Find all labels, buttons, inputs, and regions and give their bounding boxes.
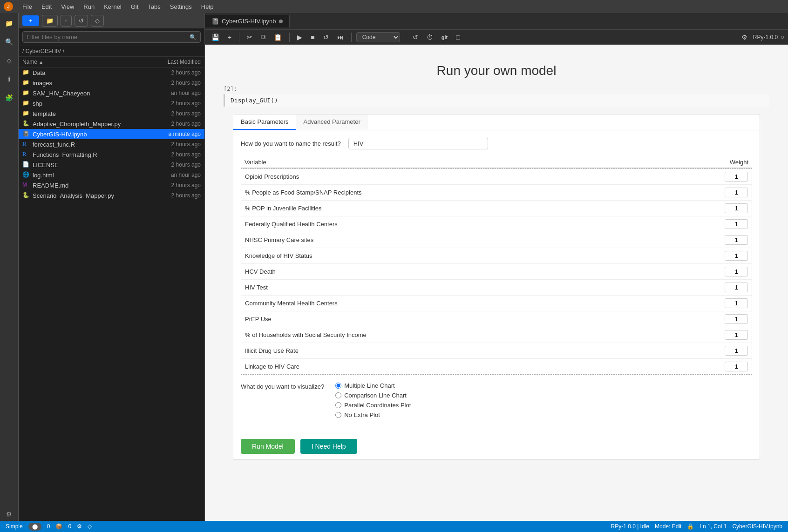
count2: 0 — [68, 523, 71, 530]
table-row: Community Mental Health Centers — [241, 296, 752, 311]
cut-button[interactable]: ✂ — [244, 32, 255, 42]
list-item[interactable]: 🐍 Adaptive_Choropleth_Mapper.py 2 hours … — [19, 119, 204, 129]
breadcrumb[interactable]: / CyberGIS-HIV / — [19, 46, 204, 57]
advanced-params-tab[interactable]: Advanced Parameter — [296, 114, 368, 130]
git-sidebar-icon[interactable]: ◇ — [3, 54, 16, 67]
radio-multiple-line[interactable]: Multiple Line Chart — [335, 382, 411, 389]
weight-input[interactable] — [725, 283, 748, 292]
copy-button[interactable]: ⧉ — [258, 32, 268, 42]
menu-edit[interactable]: Edit — [38, 2, 55, 11]
weight-input[interactable] — [725, 362, 748, 371]
file-name: LICENSE — [33, 162, 171, 168]
list-item[interactable]: 🌐 log.html an hour ago — [19, 170, 204, 180]
share-icon[interactable]: □ — [453, 32, 462, 42]
menu-tabs[interactable]: Tabs — [144, 2, 164, 11]
app-logo: J — [4, 2, 13, 11]
upload-button[interactable]: ↑ — [61, 15, 72, 27]
radio-parallel-coords[interactable]: Parallel Coordinates Plot — [335, 402, 411, 409]
list-item[interactable]: M README.md 2 hours ago — [19, 180, 204, 190]
extensions-icon[interactable]: 🧩 — [3, 91, 16, 104]
var-name: Knowledge of HIV Status — [245, 252, 312, 259]
radio-parallel-coords-input[interactable] — [335, 402, 341, 408]
file-time: an hour ago — [171, 172, 201, 178]
list-item[interactable]: 📁 shp 2 hours ago — [19, 98, 204, 108]
list-item[interactable]: R Functions_Formatting.R 2 hours ago — [19, 149, 204, 160]
new-folder-button[interactable]: 📁 — [42, 15, 58, 27]
new-launcher-button[interactable]: + — [22, 15, 39, 26]
list-item[interactable]: 📁 SAM_HIV_Chaeyeon an hour ago — [19, 88, 204, 98]
add-cell-button[interactable]: + — [225, 32, 234, 42]
weight-input[interactable] — [725, 172, 748, 182]
git-button[interactable]: ◇ — [91, 15, 104, 27]
stop-button[interactable]: ■ — [308, 32, 317, 42]
radio-comparison-line[interactable]: Comparison Line Chart — [335, 392, 411, 399]
restart-button[interactable]: ↺ — [320, 32, 332, 42]
files-icon[interactable]: 📁 — [3, 17, 16, 30]
status-right: RPy-1.0.0 | Idle Mode: Edit 🔒 Ln 1, Col … — [611, 523, 782, 530]
notebook-tab[interactable]: 📓 CyberGIS-HIV.ipynb — [205, 15, 290, 27]
result-name-input[interactable] — [348, 138, 488, 149]
result-name-row: How do you want to name the result? — [241, 138, 752, 149]
basic-params-tab[interactable]: Basic Parameters — [233, 114, 296, 130]
paste-button[interactable]: 📋 — [271, 32, 285, 42]
radio-multiple-line-input[interactable] — [335, 383, 341, 389]
weight-input[interactable] — [725, 188, 748, 197]
list-item[interactable]: 📁 images 2 hours ago — [19, 78, 204, 88]
notebook-toolbar: 💾 + ✂ ⧉ 📋 ▶ ■ ↺ ⏭ Code Markdown Raw ↺ ⏱ … — [205, 30, 788, 45]
menu-help[interactable]: Help — [197, 2, 217, 11]
cell-type-selector[interactable]: Code Markdown Raw — [356, 32, 400, 42]
file-name: Scenario_Analysis_Mapper.py — [33, 192, 171, 199]
menu-file[interactable]: File — [19, 2, 36, 11]
weight-input[interactable] — [725, 330, 748, 340]
menu-settings[interactable]: Settings — [166, 2, 196, 11]
file-time: 2 hours ago — [171, 162, 201, 168]
property-inspector-icon[interactable]: ℹ — [3, 73, 16, 86]
file-list-header[interactable]: Name ▲ Last Modified — [19, 57, 204, 67]
git-status-icon[interactable]: ◇ — [88, 523, 92, 530]
weight-input[interactable] — [725, 267, 748, 276]
run-model-button[interactable]: Run Model — [241, 439, 295, 454]
weight-input[interactable] — [725, 346, 748, 356]
restart-run-button[interactable]: ⏭ — [334, 32, 346, 42]
weight-input[interactable] — [725, 203, 748, 213]
radio-no-extra-input[interactable] — [335, 412, 341, 418]
search-input[interactable] — [27, 34, 190, 40]
cell-code[interactable]: Display_GUI() — [224, 94, 769, 107]
list-item[interactable]: 📁 Data 2 hours ago — [19, 67, 204, 78]
menu-run[interactable]: Run — [80, 2, 98, 11]
file-name: Adaptive_Choropleth_Mapper.py — [33, 121, 171, 128]
list-item[interactable]: 📁 template 2 hours ago — [19, 108, 204, 119]
weight-input[interactable] — [725, 235, 748, 245]
list-item[interactable]: 📓 CyberGIS-HIV.ipynb a minute ago — [19, 129, 204, 139]
refresh-button[interactable]: ↺ — [75, 15, 88, 27]
kernel-restart-icon[interactable]: ↺ — [410, 32, 421, 42]
toolbar-divider — [351, 33, 352, 42]
simple-toggle[interactable]: ⬤ — [28, 523, 41, 531]
radio-no-extra[interactable]: No Extra Plot — [335, 411, 411, 418]
run-cell-button[interactable]: ▶ — [294, 32, 305, 42]
cell-label: [2]: — [224, 86, 769, 92]
menu-git[interactable]: Git — [127, 2, 143, 11]
menu-bar: J File Edit View Run Kernel Git Tabs Set… — [0, 0, 788, 13]
file-name: SAM_HIV_Chaeyeon — [33, 90, 171, 97]
list-item[interactable]: 🐍 Scenario_Analysis_Mapper.py 2 hours ag… — [19, 190, 204, 201]
help-button[interactable]: I Need Help — [300, 439, 357, 454]
list-item[interactable]: R forecast_func.R 2 hours ago — [19, 139, 204, 149]
list-item[interactable]: 📄 LICENSE 2 hours ago — [19, 160, 204, 170]
search-sidebar-icon[interactable]: 🔍 — [3, 35, 16, 48]
weight-input[interactable] — [725, 298, 748, 308]
settings-status-icon[interactable]: ⚙ — [77, 523, 82, 530]
variable-table-header: Variable Weight — [241, 157, 752, 168]
tab-bar: 📓 CyberGIS-HIV.ipynb — [205, 13, 788, 30]
menu-kernel[interactable]: Kernel — [100, 2, 125, 11]
weight-input[interactable] — [725, 314, 748, 324]
save-button[interactable]: 💾 — [209, 32, 222, 42]
settings-icon[interactable]: ⚙ — [739, 32, 750, 42]
weight-input[interactable] — [725, 219, 748, 229]
settings-sidebar-icon[interactable]: ⚙ — [3, 508, 16, 521]
menu-view[interactable]: View — [57, 2, 78, 11]
weight-input[interactable] — [725, 251, 748, 261]
time-icon[interactable]: ⏱ — [424, 32, 436, 42]
radio-comparison-line-input[interactable] — [335, 392, 341, 398]
git-icon[interactable]: git — [439, 33, 450, 41]
